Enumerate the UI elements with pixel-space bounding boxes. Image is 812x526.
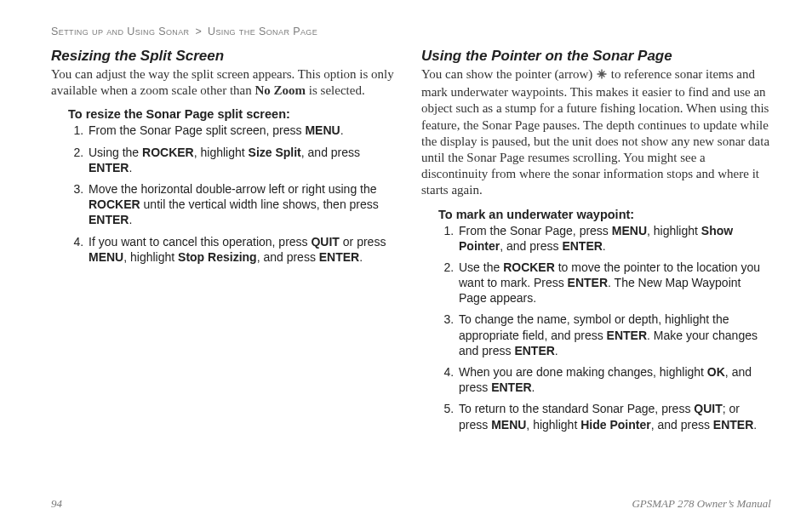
page-footer: 94 GPSMAP 278 Owner’s Manual [51,487,771,511]
left-column: Resizing the Split Screen You can adjust… [51,44,401,487]
list-item: When you are done making changes, highli… [457,364,771,395]
right-column: Using the Pointer on the Sonar Page You … [421,44,771,487]
page-number: 94 [51,497,62,511]
waypoint-procedure-title: To mark an underwater waypoint: [438,208,771,221]
pointer-arrow-icon [596,68,608,84]
list-item: Use the ROCKER to move the pointer to th… [457,260,771,306]
list-item: If you want to cancel this operation, pr… [87,234,401,265]
breadcrumb-separator: > [195,26,202,37]
no-zoom-label: No Zoom [254,83,306,97]
breadcrumb-section: Setting up and Using Sonar [51,26,190,37]
manual-title: GPSMAP 278 Owner’s Manual [632,497,771,511]
resize-steps: From the Sonar Page split screen, press … [68,123,401,265]
waypoint-steps: From the Sonar Page, press MENU, highlig… [438,223,771,432]
list-item: From the Sonar Page, press MENU, highlig… [457,223,771,254]
resize-procedure-title: To resize the Sonar Page split screen: [68,107,401,121]
list-item: To change the name, symbol or depth, hig… [457,312,771,358]
breadcrumb: Setting up and Using Sonar > Using the S… [51,26,771,37]
breadcrumb-page: Using the Sonar Page [208,26,317,37]
list-item: From the Sonar Page split screen, press … [87,123,401,138]
section-heading-pointer: Using the Pointer on the Sonar Page [421,48,771,65]
list-item: Using the ROCKER, highlight Size Split, … [87,145,401,175]
list-item: To return to the standard Sonar Page, pr… [457,401,771,432]
manual-page: Setting up and Using Sonar > Using the S… [0,0,812,526]
content-columns: Resizing the Split Screen You can adjust… [51,44,771,487]
list-item: Move the horizontal double-arrow left or… [87,181,401,228]
resize-intro: You can adjust the way the split screen … [51,66,401,99]
pointer-intro: You can show the pointer (arrow) to refe… [421,66,771,199]
section-heading-resize: Resizing the Split Screen [51,48,401,65]
